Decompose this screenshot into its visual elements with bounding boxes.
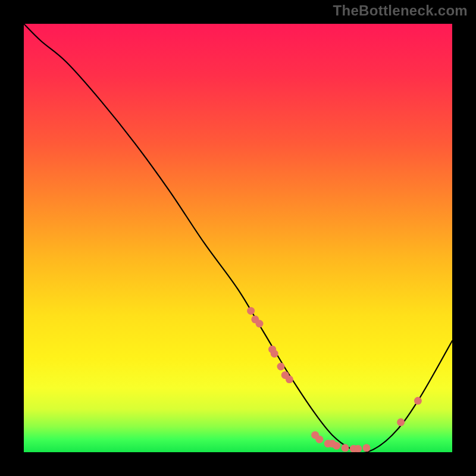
data-point-marker xyxy=(397,418,405,426)
data-point-marker xyxy=(286,375,293,383)
data-point-marker xyxy=(414,397,422,405)
chart-stage: TheBottleneck.com xyxy=(0,0,476,476)
marker-group xyxy=(247,307,422,452)
data-point-marker xyxy=(363,444,371,452)
data-point-marker xyxy=(315,436,323,443)
bottleneck-curve xyxy=(24,24,452,452)
data-point-marker xyxy=(247,307,255,315)
data-point-marker xyxy=(277,363,285,371)
plot-area xyxy=(24,24,452,452)
watermark-text: TheBottleneck.com xyxy=(333,2,468,19)
data-point-marker xyxy=(256,320,264,328)
data-point-marker xyxy=(271,350,278,358)
data-point-marker xyxy=(333,442,340,450)
data-point-marker xyxy=(342,444,349,452)
curve-layer xyxy=(24,24,452,452)
